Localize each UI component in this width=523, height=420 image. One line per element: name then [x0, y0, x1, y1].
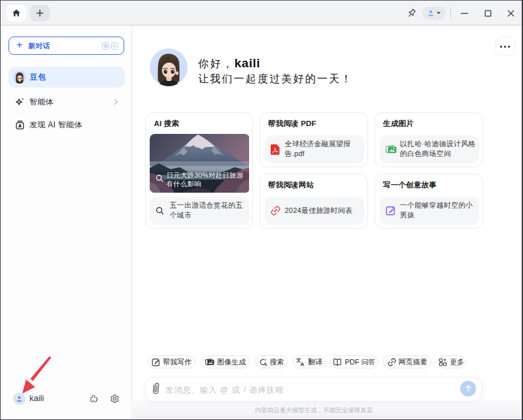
svg-text:A: A — [301, 361, 305, 366]
